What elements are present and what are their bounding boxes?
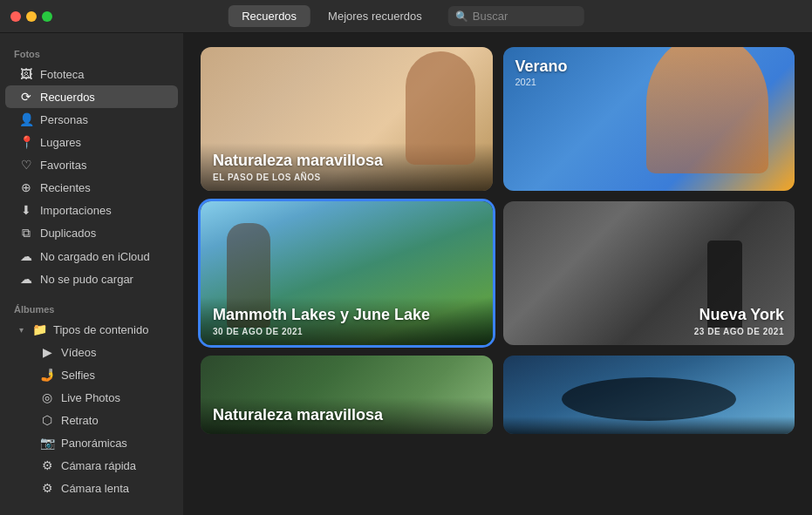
sidebar-item-fototeca[interactable]: 🖼 Fototeca bbox=[5, 63, 178, 85]
content-area: Naturaleza maravillosa EL PASO DE LOS AÑ… bbox=[183, 33, 812, 515]
favoritas-icon: ♡ bbox=[19, 158, 33, 172]
sidebar-item-recuerdos[interactable]: ⟳ Recuerdos bbox=[5, 85, 178, 108]
camara-lenta-icon: ⚙ bbox=[40, 481, 54, 495]
memory-overlay-azul bbox=[503, 417, 795, 434]
videos-icon: ▶ bbox=[40, 345, 54, 359]
sidebar-item-duplicados[interactable]: ⧉ Duplicados bbox=[5, 221, 178, 245]
minimize-button[interactable] bbox=[26, 11, 37, 22]
memory-title-nuevayork: Nueva York bbox=[694, 306, 784, 325]
sidebar-item-camara-lenta[interactable]: ⚙ Cámara lenta bbox=[5, 477, 178, 499]
sidebar-label-videos: Vídeos bbox=[61, 346, 96, 359]
sidebar-label-no-cargado: No cargado en iCloud bbox=[40, 250, 150, 263]
no-cargado-icon: ☁ bbox=[19, 249, 33, 263]
sidebar-item-videos[interactable]: ▶ Vídeos bbox=[5, 341, 178, 363]
titlebar: Recuerdos Mejores recuerdos 🔍 bbox=[0, 0, 812, 33]
fotos-section-title: Fotos bbox=[0, 44, 183, 63]
sidebar-item-live-photos[interactable]: ◎ Live Photos bbox=[5, 386, 178, 409]
memory-title-naturaleza: Naturaleza maravillosa bbox=[213, 152, 481, 171]
sidebar-label-fototeca: Fototeca bbox=[40, 68, 85, 81]
sidebar-item-personas[interactable]: 👤 Personas bbox=[5, 108, 178, 131]
sidebar-item-tipos-contenido[interactable]: ▾ 📁 Tipos de contenido bbox=[5, 318, 178, 341]
recientes-icon: ⊕ bbox=[19, 180, 33, 194]
sidebar-label-no-pudo: No se pudo cargar bbox=[40, 273, 133, 286]
sidebar-label-recuerdos: Recuerdos bbox=[40, 91, 95, 104]
memory-overlay-naturaleza2: Naturaleza maravillosa bbox=[201, 397, 493, 434]
sidebar-label-personas: Personas bbox=[40, 113, 88, 126]
memory-subtitle-nuevayork: 23 DE AGO DE 2021 bbox=[694, 327, 784, 336]
camara-rapida-icon: ⚙ bbox=[40, 458, 54, 472]
sidebar-item-lugares[interactable]: 📍 Lugares bbox=[5, 131, 178, 153]
memory-subtitle-mammoth: 30 DE AGO DE 2021 bbox=[213, 327, 481, 336]
sidebar-label-duplicados: Duplicados bbox=[40, 227, 96, 240]
retrato-icon: ⬡ bbox=[40, 413, 54, 427]
tipos-contenido-icon: 📁 bbox=[32, 322, 46, 336]
memory-header-verano: Verano 2021 bbox=[515, 58, 568, 87]
memory-card-azul[interactable] bbox=[503, 356, 795, 434]
duplicados-icon: ⧉ bbox=[19, 226, 33, 241]
panoramicas-icon: 📷 bbox=[40, 436, 54, 450]
sidebar-label-favoritas: Favoritas bbox=[40, 159, 86, 172]
selfies-icon: 🤳 bbox=[40, 368, 54, 382]
sidebar-item-retrato[interactable]: ⬡ Retrato bbox=[5, 409, 178, 431]
sidebar-item-panoramicas[interactable]: 📷 Panorámicas bbox=[5, 431, 178, 454]
maximize-button[interactable] bbox=[42, 11, 52, 22]
memories-grid: Naturaleza maravillosa EL PASO DE LOS AÑ… bbox=[201, 47, 795, 434]
fototeca-icon: 🖼 bbox=[19, 67, 33, 81]
memory-card-nuevayork[interactable]: Nueva York 23 DE AGO DE 2021 bbox=[503, 201, 795, 345]
sidebar-label-tipos-contenido: Tipos de contenido bbox=[53, 323, 148, 336]
titlebar-tabs: Recuerdos Mejores recuerdos 🔍 bbox=[228, 5, 584, 27]
albums-section-title: Álbumes bbox=[0, 299, 183, 318]
memory-year-verano: 2021 bbox=[515, 77, 568, 87]
memory-subtitle-naturaleza: EL PASO DE LOS AÑOS bbox=[213, 173, 481, 182]
importaciones-icon: ⬇ bbox=[19, 203, 33, 217]
sidebar-label-camara-rapida: Cámara rápida bbox=[61, 459, 136, 472]
personas-icon: 👤 bbox=[19, 112, 33, 126]
sidebar-item-no-cargado[interactable]: ☁ No cargado en iCloud bbox=[5, 245, 178, 268]
search-input[interactable] bbox=[473, 10, 577, 23]
sidebar: Fotos 🖼 Fototeca ⟳ Recuerdos 👤 Personas … bbox=[0, 33, 183, 515]
search-icon: 🔍 bbox=[455, 10, 468, 23]
sidebar-label-camara-lenta: Cámara lenta bbox=[61, 482, 129, 495]
sidebar-label-recientes: Recientes bbox=[40, 181, 91, 194]
recuerdos-icon: ⟳ bbox=[19, 90, 33, 104]
lugares-icon: 📍 bbox=[19, 135, 33, 149]
memory-overlay-naturaleza: Naturaleza maravillosa EL PASO DE LOS AÑ… bbox=[201, 143, 493, 191]
sidebar-label-selfies: Selfies bbox=[61, 369, 95, 382]
memory-title-verano: Verano bbox=[515, 58, 568, 77]
memory-card-verano[interactable]: Verano 2021 bbox=[503, 47, 795, 191]
close-button[interactable] bbox=[10, 11, 21, 22]
traffic-lights bbox=[10, 11, 52, 22]
search-bar: 🔍 bbox=[448, 6, 584, 26]
sidebar-label-retrato: Retrato bbox=[61, 414, 99, 427]
main-layout: Fotos 🖼 Fototeca ⟳ Recuerdos 👤 Personas … bbox=[0, 33, 812, 515]
sidebar-label-panoramicas: Panorámicas bbox=[61, 437, 127, 450]
memory-overlay-nuevayork: Nueva York 23 DE AGO DE 2021 bbox=[694, 306, 784, 336]
expand-arrow-icon: ▾ bbox=[19, 325, 24, 335]
sidebar-label-importaciones: Importaciones bbox=[40, 204, 112, 217]
memory-title-naturaleza2: Naturaleza maravillosa bbox=[213, 406, 481, 425]
memory-card-naturaleza[interactable]: Naturaleza maravillosa EL PASO DE LOS AÑ… bbox=[201, 47, 493, 191]
tab-mejores-recuerdos[interactable]: Mejores recuerdos bbox=[314, 5, 436, 27]
sidebar-item-recientes[interactable]: ⊕ Recientes bbox=[5, 176, 178, 199]
sidebar-item-selfies[interactable]: 🤳 Selfies bbox=[5, 363, 178, 386]
sidebar-label-live-photos: Live Photos bbox=[61, 391, 120, 404]
sidebar-item-no-pudo[interactable]: ☁ No se pudo cargar bbox=[5, 268, 178, 290]
no-pudo-icon: ☁ bbox=[19, 272, 33, 286]
memory-title-mammoth: Mammoth Lakes y June Lake bbox=[213, 306, 481, 325]
sidebar-item-camara-rapida[interactable]: ⚙ Cámara rápida bbox=[5, 454, 178, 477]
live-photos-icon: ◎ bbox=[40, 390, 54, 404]
sidebar-item-favoritas[interactable]: ♡ Favoritas bbox=[5, 153, 178, 176]
memory-overlay-mammoth: Mammoth Lakes y June Lake 30 DE AGO DE 2… bbox=[201, 297, 493, 345]
sidebar-item-importaciones[interactable]: ⬇ Importaciones bbox=[5, 199, 178, 221]
tab-recuerdos[interactable]: Recuerdos bbox=[228, 5, 310, 27]
memory-card-naturaleza2[interactable]: Naturaleza maravillosa bbox=[201, 356, 493, 434]
sidebar-label-lugares: Lugares bbox=[40, 136, 81, 149]
memory-card-mammoth[interactable]: Mammoth Lakes y June Lake 30 DE AGO DE 2… bbox=[201, 201, 493, 345]
